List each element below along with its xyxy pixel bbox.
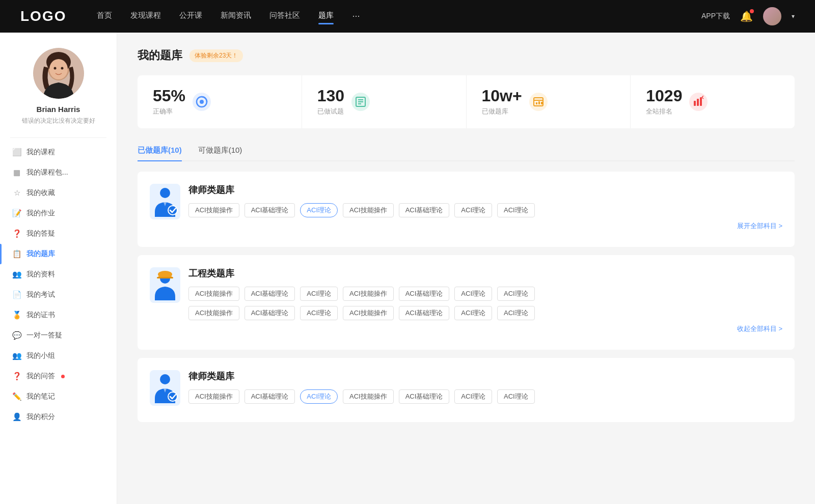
qbank-tags-engineer1-row2: ACI技能操作 ACI基础理论 ACI理论 ACI技能操作 ACI基础理论 AC… (188, 306, 782, 320)
qbank-tag[interactable]: ACI技能操作 (343, 287, 394, 301)
sidebar-item-label: 我的积分 (26, 412, 55, 422)
qbank-tag[interactable]: ACI理论 (454, 389, 492, 404)
qbank-tag[interactable]: ACI技能操作 (343, 389, 394, 404)
sidebar-item-label: 我的题库 (26, 249, 55, 259)
qbank-tag[interactable]: ACI理论 (454, 203, 492, 217)
package-icon: ▦ (12, 168, 21, 177)
sidebar-item-label: 我的作业 (26, 209, 55, 218)
qbank-tag[interactable]: ACI理论 (497, 287, 535, 301)
sidebar-item-label: 我的笔记 (26, 392, 55, 401)
sidebar-item-points[interactable]: 👤 我的积分 (0, 407, 117, 427)
qbank-tag[interactable]: ACI基础理论 (399, 203, 450, 217)
sidebar-item-exam[interactable]: 📄 我的考试 (0, 285, 117, 305)
svg-point-5 (53, 67, 56, 70)
homework-icon: 📝 (12, 209, 21, 218)
qbank-card-lawyer2: 律师类题库 ACI技能操作 ACI基础理论 ACI理论 ACI技能操作 ACI基… (138, 358, 795, 422)
sidebar-item-label: 我的资料 (26, 270, 55, 279)
notes-icon: ✏️ (12, 392, 21, 401)
user-avatar[interactable] (763, 7, 781, 25)
sidebar-item-label: 我的收藏 (26, 188, 55, 198)
engineer-svg (150, 267, 180, 303)
sidebar-item-homework[interactable]: 📝 我的作业 (0, 203, 117, 223)
sidebar-item-label: 我的课程 (26, 148, 55, 157)
svg-rect-15 (536, 102, 537, 104)
qbank-tag[interactable]: ACI理论 (454, 287, 492, 301)
qbank-tag[interactable]: ACI理论 (497, 203, 535, 217)
nav-courses[interactable]: 发现课程 (130, 11, 161, 22)
trial-badge: 体验剩余23天！ (189, 49, 243, 62)
group-icon: 👥 (12, 351, 21, 360)
sidebar-item-course-package[interactable]: ▦ 我的课程包... (0, 162, 117, 183)
qbank-tag[interactable]: ACI技能操作 (188, 287, 239, 301)
qbank-tag[interactable]: ACI技能操作 (188, 306, 239, 320)
qa-icon: ❓ (12, 229, 21, 238)
qbank-tag[interactable]: ACI基础理论 (244, 287, 295, 301)
sidebar-item-label: 我的小组 (26, 351, 55, 360)
svg-point-31 (168, 392, 177, 401)
main-content: 我的题库 体验剩余23天！ 55% 正确率 (117, 33, 815, 504)
user-menu-chevron[interactable]: ▾ (792, 13, 795, 20)
qbank-tag[interactable]: ACI基础理论 (399, 306, 450, 320)
nav-qbank[interactable]: 题库 (318, 11, 334, 22)
exam-icon: 📄 (12, 290, 21, 299)
topnav: LOGO 首页 发现课程 公开课 新闻资讯 问答社区 题库 ··· APP下载 … (0, 0, 815, 33)
collapse-engineer1[interactable]: 收起全部科目 > (188, 324, 782, 333)
sidebar-username: Brian Harris (37, 105, 80, 114)
svg-point-30 (160, 374, 170, 384)
nav-qa[interactable]: 问答社区 (269, 11, 300, 22)
sidebar-item-qa[interactable]: ❓ 我的答疑 (0, 223, 117, 244)
nav-news[interactable]: 新闻资讯 (221, 11, 251, 22)
qbank-tag[interactable]: ACI理论 (497, 306, 535, 320)
qbank-tag[interactable]: ACI基础理论 (399, 287, 450, 301)
sidebar-item-group[interactable]: 👥 我的小组 (0, 346, 117, 366)
stat-banks: 10w+ 已做题库 (467, 75, 631, 128)
tab-available[interactable]: 可做题库(10) (198, 141, 242, 160)
lawyer-svg (150, 184, 180, 219)
qbank-tag[interactable]: ACI基础理论 (399, 389, 450, 404)
qbank-tag[interactable]: ACI基础理论 (244, 203, 295, 217)
qbank-tag[interactable]: ACI理论 (454, 306, 492, 320)
1on1-icon: 💬 (12, 331, 21, 340)
qbank-tag[interactable]: ACI技能操作 (343, 203, 394, 217)
nav-more[interactable]: ··· (352, 11, 360, 22)
sidebar-item-profile[interactable]: 👥 我的资料 (0, 264, 117, 285)
svg-point-22 (160, 188, 170, 198)
qbank-tag[interactable]: ACI理论 (300, 306, 338, 320)
stat-ranking-value: 1029 (646, 88, 682, 104)
svg-rect-16 (538, 101, 540, 104)
svg-point-4 (49, 59, 68, 79)
qbank-icon: 📋 (12, 249, 21, 259)
app-download-link[interactable]: APP下载 (701, 12, 730, 21)
sidebar-item-label: 我的考试 (26, 290, 55, 299)
qbank-tag-highlight[interactable]: ACI理论 (300, 389, 338, 404)
sidebar-item-my-qa[interactable]: ❓ 我的问答 (0, 366, 117, 386)
qbank-tag[interactable]: ACI技能操作 (188, 203, 239, 217)
qbank-tag[interactable]: ACI理论 (497, 389, 535, 404)
expand-lawyer1[interactable]: 展开全部科目 > (188, 221, 782, 231)
qbank-tag[interactable]: ACI技能操作 (343, 306, 394, 320)
sidebar-item-qbank[interactable]: 📋 我的题库 (0, 244, 117, 264)
sidebar-divider-1 (10, 137, 106, 138)
nav-open-course[interactable]: 公开课 (179, 11, 202, 22)
sidebar-item-1on1qa[interactable]: 💬 一对一答疑 (0, 325, 117, 346)
qbank-tag-highlight[interactable]: ACI理论 (300, 203, 338, 217)
nav-menu: 首页 发现课程 公开课 新闻资讯 问答社区 题库 ··· (97, 11, 701, 22)
sidebar-item-label: 一对一答疑 (26, 331, 62, 340)
courses-icon: ⬜ (12, 148, 21, 157)
sidebar-item-notes[interactable]: ✏️ 我的笔记 (0, 386, 117, 407)
qbank-tag[interactable]: ACI理论 (300, 287, 338, 301)
notification-bell[interactable]: 🔔 (740, 10, 753, 22)
qbank-tag[interactable]: ACI技能操作 (188, 389, 239, 404)
lawyer-svg-2 (150, 370, 180, 406)
tab-done[interactable]: 已做题库(10) (138, 141, 182, 160)
qbank-tag[interactable]: ACI基础理论 (244, 306, 295, 320)
qbank-tag[interactable]: ACI基础理论 (244, 389, 295, 404)
svg-rect-20 (700, 97, 702, 106)
nav-home[interactable]: 首页 (97, 11, 112, 22)
sidebar-menu: ⬜ 我的课程 ▦ 我的课程包... ☆ 我的收藏 📝 我的作业 ❓ 我的答疑 📋 (0, 142, 117, 427)
accuracy-icon (193, 93, 211, 111)
sidebar-item-favorites[interactable]: ☆ 我的收藏 (0, 183, 117, 203)
stat-banks-value: 10w+ (482, 88, 522, 104)
sidebar-item-my-courses[interactable]: ⬜ 我的课程 (0, 142, 117, 162)
sidebar-item-certificate[interactable]: 🏅 我的证书 (0, 305, 117, 325)
